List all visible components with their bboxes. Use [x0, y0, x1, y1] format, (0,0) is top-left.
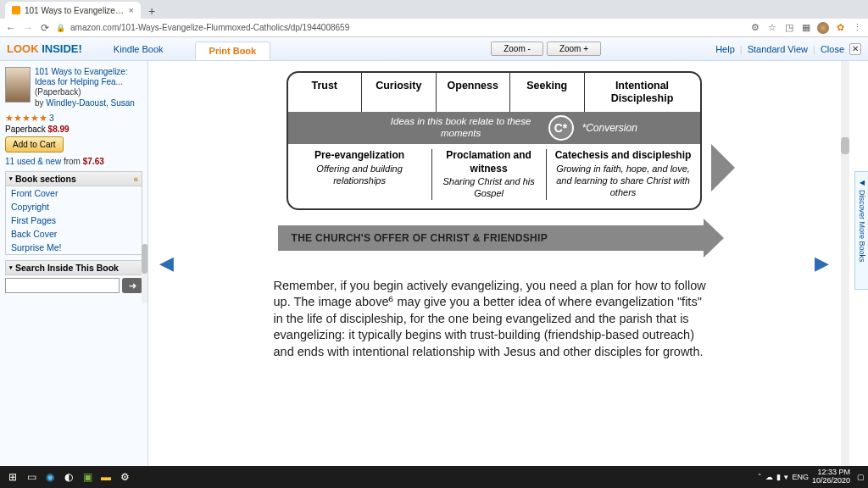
stage-seeking: Seeking	[510, 73, 585, 112]
toc-item-first-pages[interactable]: First Pages	[6, 214, 142, 227]
start-button[interactable]: ⊞	[3, 469, 22, 485]
body-paragraph: Remember, if you begin actively evangeli…	[274, 278, 715, 361]
new-tab-button[interactable]: +	[144, 3, 159, 19]
zoom-in-button[interactable]: Zoom +	[547, 42, 601, 56]
book-author: by Windley-Daoust, Susan	[35, 98, 142, 108]
prev-page-nav[interactable]: ◀	[148, 61, 184, 466]
author-link[interactable]: Windley-Daoust, Susan	[46, 98, 135, 108]
clock[interactable]: 12:33 PM 10/26/2020	[812, 469, 854, 485]
extension-icon[interactable]: ◳	[783, 22, 795, 33]
toc-item-copyright[interactable]: Copyright	[6, 200, 142, 214]
menu-icon[interactable]: ⋮	[851, 22, 863, 33]
search-inside-header[interactable]: ▾ Search Inside This Book	[5, 260, 142, 275]
church-offer-banner: THE CHURCH'S OFFER OF CHRIST & FRIENDSHI…	[278, 225, 710, 251]
book-thumbnail[interactable]	[5, 67, 31, 103]
kindle-book-tab[interactable]: Kindle Book	[99, 40, 178, 58]
amazon-favicon	[12, 6, 20, 14]
used-new-line: 11 used & new from $7.63	[5, 157, 142, 166]
band-text: Ideas in this book relate to these momen…	[370, 116, 552, 140]
profile-avatar[interactable]	[817, 22, 829, 34]
stages-diagram: Trust Curiosity Openness Seeking Intenti…	[287, 71, 702, 210]
url-bar: ← → ⟳ 🔒 amazon.com/101-Ways-Evangelize-F…	[0, 19, 868, 37]
book-page: Trust Curiosity Openness Seeking Intenti…	[231, 61, 757, 466]
settings-icon[interactable]: ⚙	[115, 469, 134, 485]
discover-more-books-tab[interactable]: ◀ Discover More Books	[854, 171, 868, 290]
bottom-col-preevangelization: Pre-evangelization Offering and building…	[288, 149, 432, 200]
bottom-col-proclamation: Proclamation and witness Sharing Christ …	[432, 149, 547, 200]
battery-icon[interactable]: ▮	[776, 473, 781, 481]
close-link[interactable]: Close	[821, 44, 844, 54]
used-new-link[interactable]: 11 used & new	[5, 157, 61, 166]
explorer-icon[interactable]: ▬	[97, 469, 115, 485]
toc-item-back-cover[interactable]: Back Cover	[6, 227, 142, 241]
task-view-icon[interactable]: ▭	[22, 469, 41, 485]
toc-item-front-cover[interactable]: Front Cover	[6, 186, 142, 200]
collapse-icon: ▾	[9, 175, 13, 182]
extension-icon[interactable]: ▦	[800, 22, 812, 33]
back-button[interactable]: ←	[5, 22, 17, 34]
look-inside-header: LOOK INSIDE! Kindle Book Print Book Zoom…	[0, 37, 868, 61]
content-scrollbar[interactable]	[841, 61, 849, 466]
collapse-sidebar-icon[interactable]: «	[133, 175, 138, 184]
url-text[interactable]: amazon.com/101-Ways-Evangelize-Flummoxed…	[70, 23, 744, 32]
sidebar: 101 Ways to Evangelize: Ideas for Helpin…	[0, 61, 148, 466]
chevron-left-icon: ◀	[860, 179, 865, 186]
arrow-head-icon	[704, 219, 724, 258]
book-title-link[interactable]: 101 Ways to Evangelize: Ideas for Helpin…	[35, 67, 142, 97]
conversion-circle: C*	[548, 115, 574, 141]
conversion-label: *Conversion	[574, 122, 637, 134]
browser-tab[interactable]: 101 Ways to Evangelize: Ideas fo ×	[5, 2, 141, 19]
reload-button[interactable]: ⟳	[39, 22, 51, 34]
sidebar-scrollbar[interactable]	[142, 244, 147, 303]
lock-icon[interactable]: 🔒	[56, 24, 65, 32]
price-line: Paperback $8.99	[5, 125, 142, 134]
chevron-right-icon: ▶	[815, 252, 829, 274]
notifications-icon[interactable]: ▢	[857, 473, 865, 481]
arrow-head-icon	[711, 144, 735, 191]
search-go-button[interactable]: ➜	[122, 278, 142, 293]
tray-up-icon[interactable]: ˄	[758, 473, 762, 481]
cloud-icon[interactable]: ☁	[765, 473, 773, 481]
look-inside-logo: LOOK INSIDE!	[7, 42, 82, 55]
chrome-icon[interactable]: ◐	[59, 469, 78, 485]
stage-trust: Trust	[288, 73, 363, 112]
close-icon[interactable]: ×	[129, 5, 134, 15]
book-sections-header[interactable]: ▾ Book sections «	[5, 171, 142, 186]
extension-icon[interactable]: ✿	[834, 22, 846, 33]
collapse-icon: ▾	[9, 264, 13, 271]
add-to-cart-button[interactable]: Add to Cart	[5, 136, 64, 152]
toc-list: Front Cover Copyright First Pages Back C…	[5, 186, 142, 255]
lang-indicator[interactable]: ENG	[792, 473, 809, 481]
edge-icon[interactable]: ◉	[41, 469, 59, 485]
toc-item-surprise-me[interactable]: Surprise Me!	[6, 241, 142, 254]
settings-icon[interactable]: ⚙	[749, 22, 761, 33]
star-rating[interactable]: ★★★★★ 3	[5, 113, 142, 124]
wifi-icon[interactable]: ▾	[784, 473, 788, 481]
zoom-out-button[interactable]: Zoom -	[491, 42, 543, 56]
print-book-tab[interactable]: Print Book	[195, 42, 271, 60]
bottom-col-catechesis: Catechesis and discipleship Growing in f…	[547, 149, 700, 200]
tab-title: 101 Ways to Evangelize: Ideas fo	[25, 6, 125, 15]
close-button[interactable]: ✕	[849, 43, 861, 55]
windows-taskbar: ⊞ ▭ ◉ ◐ ▣ ▬ ⚙ ˄ ☁ ▮ ▾ ENG 12:33 PM 10/26…	[0, 466, 868, 488]
star-icon[interactable]: ☆	[766, 22, 778, 33]
help-link[interactable]: Help	[715, 44, 735, 54]
app-icon[interactable]: ▣	[78, 469, 97, 485]
content-area: ◀ Trust Curiosity Openness Seeking Inten…	[148, 61, 868, 466]
next-page-nav[interactable]: ▶	[804, 61, 839, 466]
standard-view-link[interactable]: Standard View	[748, 44, 808, 54]
forward-button[interactable]: →	[22, 22, 34, 34]
chevron-left-icon: ◀	[159, 252, 174, 274]
browser-tab-bar: 101 Ways to Evangelize: Ideas fo × +	[0, 0, 868, 19]
stage-openness: Openness	[437, 73, 511, 112]
search-input[interactable]	[5, 278, 120, 293]
stage-curiosity: Curiosity	[362, 73, 437, 112]
stage-intentional: Intentional Discipleship	[585, 73, 700, 112]
